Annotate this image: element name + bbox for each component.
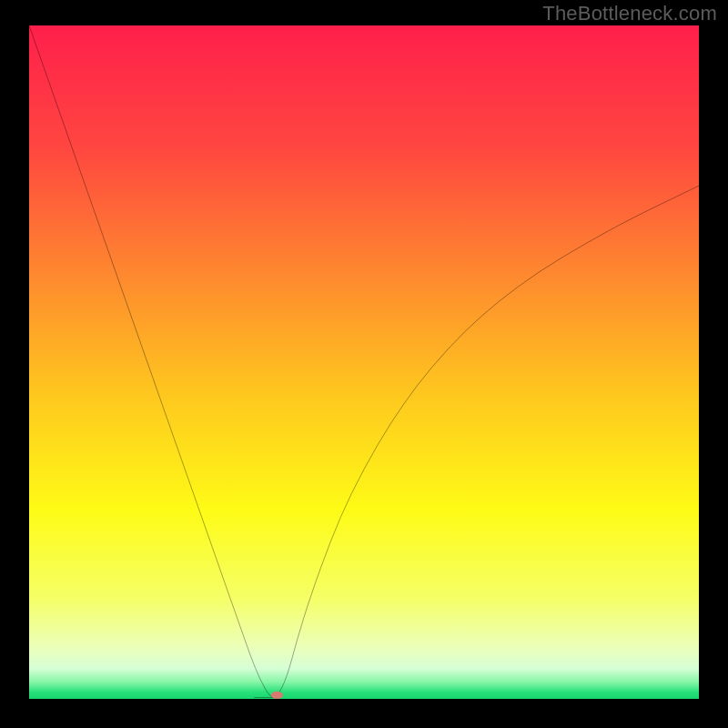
plot-area xyxy=(29,25,699,699)
gradient-background xyxy=(29,25,699,699)
chart-svg xyxy=(29,25,699,699)
watermark-text: TheBottleneck.com xyxy=(542,2,717,25)
optimum-marker xyxy=(271,692,283,699)
chart-frame: TheBottleneck.com xyxy=(0,0,728,728)
